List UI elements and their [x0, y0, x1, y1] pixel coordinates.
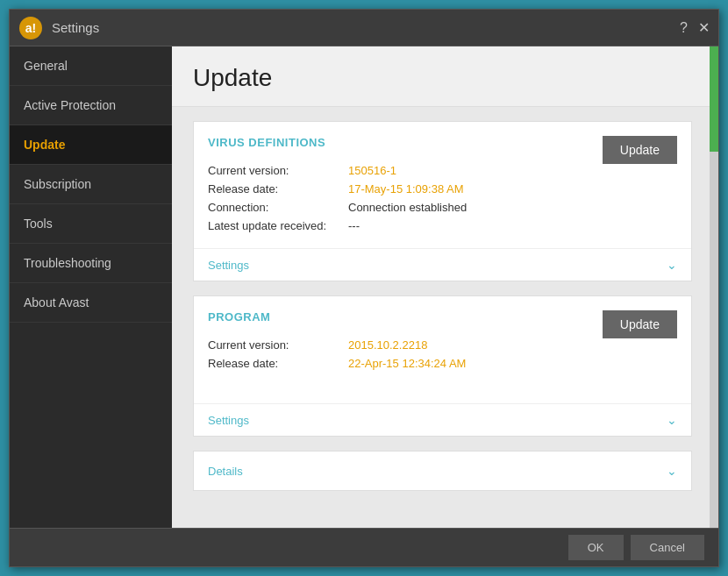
- virus-definitions-body: Current version: 150516-1 Release date: …: [194, 164, 691, 248]
- program-current-version-label: Current version:: [208, 338, 348, 352]
- details-toggle[interactable]: Details ⌄: [194, 452, 691, 490]
- sidebar-item-subscription[interactable]: Subscription: [10, 165, 172, 204]
- content-header: Update: [172, 46, 718, 107]
- program-settings-label: Settings: [208, 414, 249, 427]
- chevron-down-icon: ⌄: [667, 464, 677, 478]
- svg-text:a!: a!: [25, 21, 36, 35]
- virus-current-version-label: Current version:: [208, 164, 348, 177]
- page-title: Update: [193, 64, 697, 92]
- program-panel: PROGRAM Update Current version: 2015.10.…: [193, 295, 692, 437]
- virus-current-version-row: Current version: 150516-1: [208, 164, 677, 177]
- virus-latest-update-label: Latest update received:: [208, 219, 348, 232]
- virus-definitions-update-button[interactable]: Update: [603, 136, 677, 164]
- details-label: Details: [208, 465, 243, 478]
- help-button[interactable]: ?: [680, 21, 688, 35]
- program-update-button[interactable]: Update: [603, 310, 677, 338]
- virus-latest-update-row: Latest update received: ---: [208, 219, 677, 232]
- details-panel: Details ⌄: [193, 451, 692, 491]
- sidebar-item-tools[interactable]: Tools: [10, 204, 172, 244]
- program-release-date-label: Release date:: [208, 357, 348, 370]
- ok-button[interactable]: OK: [568, 535, 624, 560]
- virus-connection-label: Connection:: [208, 201, 348, 214]
- sidebar-item-general[interactable]: General: [10, 46, 172, 86]
- main-window: a! Settings ? ✕ General Active Protectio…: [9, 9, 719, 567]
- sidebar: General Active Protection Update Subscri…: [10, 46, 172, 528]
- program-body: Current version: 2015.10.2.2218 Release …: [194, 338, 691, 386]
- footer: OK Cancel: [10, 528, 718, 566]
- content-area: Update VIRUS DEFINITIONS Update Current …: [172, 46, 718, 528]
- virus-connection-row: Connection: Connection established: [208, 201, 677, 214]
- main-content: General Active Protection Update Subscri…: [10, 46, 718, 528]
- program-settings-toggle[interactable]: Settings ⌄: [194, 403, 691, 436]
- titlebar: a! Settings ? ✕: [10, 10, 718, 46]
- virus-release-date-value: 17-May-15 1:09:38 AM: [348, 182, 464, 196]
- program-current-version-value: 2015.10.2.2218: [348, 338, 427, 352]
- titlebar-controls: ? ✕: [680, 21, 710, 35]
- app-title: Settings: [52, 20, 99, 35]
- program-title: PROGRAM: [208, 310, 270, 324]
- virus-release-date-label: Release date:: [208, 182, 348, 196]
- program-current-version-row: Current version: 2015.10.2.2218: [208, 338, 677, 352]
- cancel-button[interactable]: Cancel: [631, 535, 704, 560]
- avast-logo-icon: a!: [18, 16, 43, 40]
- virus-release-date-row: Release date: 17-May-15 1:09:38 AM: [208, 182, 677, 196]
- close-button[interactable]: ✕: [698, 21, 710, 35]
- virus-definitions-header: VIRUS DEFINITIONS Update: [194, 122, 691, 164]
- sidebar-item-troubleshooting[interactable]: Troubleshooting: [10, 244, 172, 283]
- virus-current-version-value: 150516-1: [348, 164, 396, 177]
- program-header: PROGRAM Update: [194, 296, 691, 338]
- virus-definitions-settings-label: Settings: [208, 259, 249, 272]
- scrollbar-thumb[interactable]: [710, 46, 718, 152]
- sidebar-item-update[interactable]: Update: [10, 125, 172, 165]
- virus-latest-update-value: ---: [348, 219, 360, 232]
- panels-area[interactable]: VIRUS DEFINITIONS Update Current version…: [172, 107, 718, 528]
- program-release-date-row: Release date: 22-Apr-15 12:34:24 AM: [208, 357, 677, 370]
- chevron-down-icon: ⌄: [667, 413, 677, 427]
- scrollbar-track[interactable]: [710, 46, 718, 528]
- program-release-date-value: 22-Apr-15 12:34:24 AM: [348, 357, 466, 370]
- sidebar-item-active-protection[interactable]: Active Protection: [10, 86, 172, 125]
- virus-definitions-panel: VIRUS DEFINITIONS Update Current version…: [193, 121, 692, 281]
- virus-connection-value: Connection established: [348, 201, 467, 214]
- chevron-down-icon: ⌄: [667, 258, 677, 272]
- app-logo: a! Settings: [18, 16, 99, 40]
- sidebar-item-about-avast[interactable]: About Avast: [10, 283, 172, 323]
- virus-definitions-title: VIRUS DEFINITIONS: [208, 136, 325, 149]
- virus-definitions-settings-toggle[interactable]: Settings ⌄: [194, 248, 691, 281]
